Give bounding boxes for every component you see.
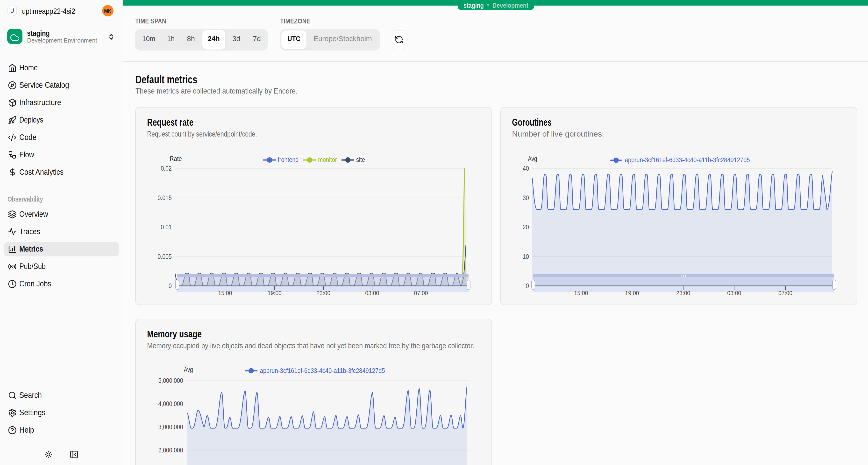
svg-text:0.02: 0.02 <box>161 165 172 172</box>
svg-text:Avg: Avg <box>184 366 193 373</box>
svg-text:0.01: 0.01 <box>161 223 172 231</box>
svg-text:20: 20 <box>523 223 529 231</box>
svg-text:apprun-3cf161ef-6d33-4c40-a11b: apprun-3cf161ef-6d33-4c40-a11b-3fc284912… <box>260 367 385 374</box>
svg-text:site: site <box>356 156 365 164</box>
svg-text:07:00: 07:00 <box>778 290 793 296</box>
svg-text:3,000,000: 3,000,000 <box>158 423 183 431</box>
svg-text:apprun-3cf161ef-6d33-4c40-a11b: apprun-3cf161ef-6d33-4c40-a11b-3fc284912… <box>625 156 750 164</box>
svg-text:03:00: 03:00 <box>365 290 379 296</box>
svg-text:0: 0 <box>526 282 529 290</box>
svg-text:5,000,000: 5,000,000 <box>158 377 183 384</box>
svg-text:monitor: monitor <box>318 156 337 164</box>
svg-text:0.015: 0.015 <box>158 194 172 202</box>
svg-text:23:00: 23:00 <box>316 290 331 296</box>
svg-text:15:00: 15:00 <box>218 290 232 296</box>
svg-text:19:00: 19:00 <box>268 290 282 296</box>
svg-text:07:00: 07:00 <box>414 290 428 296</box>
svg-text:30: 30 <box>523 194 529 202</box>
svg-text:10: 10 <box>523 253 529 260</box>
svg-text:frontend: frontend <box>278 156 299 164</box>
svg-text:15:00: 15:00 <box>574 290 588 296</box>
svg-text:19:00: 19:00 <box>625 290 639 296</box>
svg-text:2,000,000: 2,000,000 <box>158 446 183 454</box>
svg-text:0: 0 <box>168 282 172 290</box>
svg-text:40: 40 <box>523 165 529 172</box>
svg-text:Avg: Avg <box>528 155 537 163</box>
svg-text:03:00: 03:00 <box>727 290 741 296</box>
svg-text:4,000,000: 4,000,000 <box>158 400 183 407</box>
svg-text:0.005: 0.005 <box>158 253 172 260</box>
svg-text:23:00: 23:00 <box>676 290 690 296</box>
svg-text:Rate: Rate <box>170 155 182 163</box>
